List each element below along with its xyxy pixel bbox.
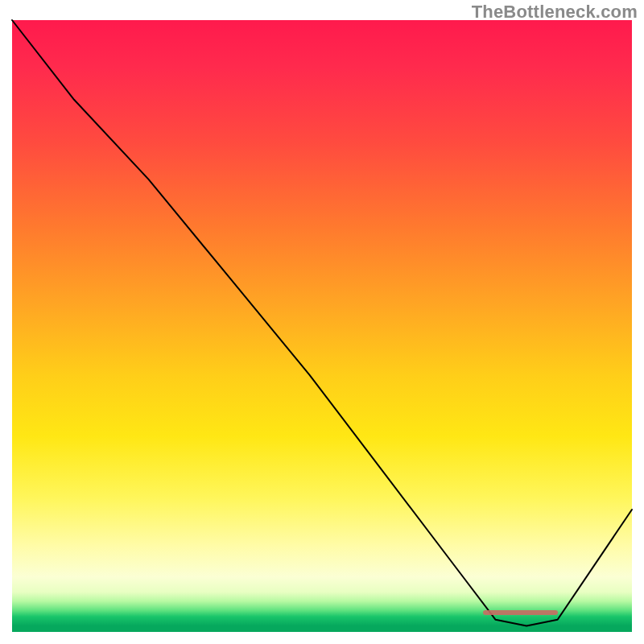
- chart-container: TheBottleneck.com: [0, 0, 644, 644]
- watermark-text: TheBottleneck.com: [472, 2, 638, 23]
- plot-area: [12, 20, 632, 632]
- optimal-range-marker: [483, 610, 557, 615]
- bottleneck-curve: [12, 20, 632, 632]
